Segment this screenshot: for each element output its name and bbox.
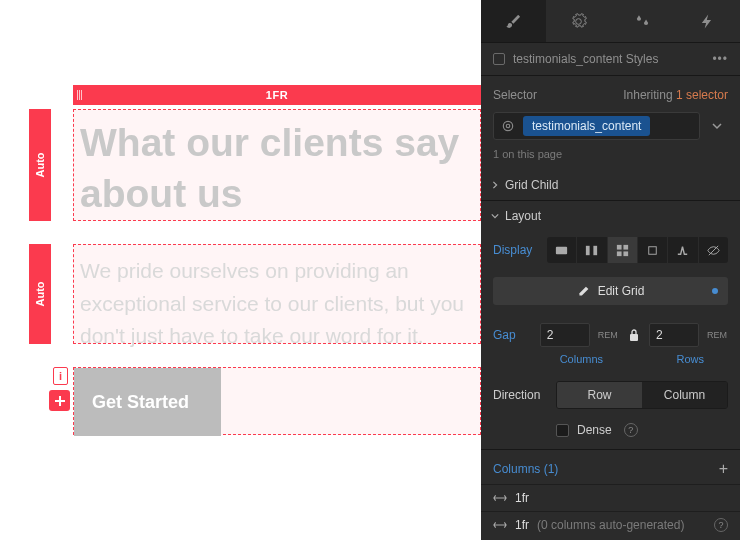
add-column-button[interactable]: + — [719, 460, 728, 478]
gap-columns-input[interactable] — [540, 323, 590, 347]
styles-header-row: testimonials_content Styles ••• — [481, 43, 740, 76]
column-auto-help[interactable]: ? — [714, 518, 728, 532]
display-none[interactable] — [699, 237, 728, 263]
panel-tabs — [481, 0, 740, 43]
gap-row: Gap REM REM — [481, 317, 740, 353]
gap-rows-input[interactable] — [649, 323, 699, 347]
heading-text[interactable]: What our clients say about us — [80, 118, 474, 219]
svg-point-1 — [506, 124, 510, 128]
gap-rows-label: Rows — [653, 353, 729, 365]
caret-down-icon — [491, 212, 499, 220]
bolt-icon — [699, 13, 716, 30]
svg-rect-7 — [617, 251, 622, 256]
selector-field[interactable]: testimonials_content — [493, 112, 700, 140]
dense-row: Dense ? — [481, 415, 740, 449]
cta-button[interactable]: Get Started — [74, 368, 221, 436]
selector-input-row: testimonials_content — [481, 108, 740, 144]
gear-icon — [570, 13, 587, 30]
chevron-down-icon — [712, 121, 722, 131]
direction-label: Direction — [493, 388, 548, 402]
display-label: Display — [493, 243, 537, 257]
styles-checkbox[interactable] — [493, 53, 505, 65]
gap-label: Gap — [493, 328, 532, 342]
display-grid[interactable] — [608, 237, 638, 263]
tab-effects[interactable] — [611, 0, 676, 42]
gap-lock[interactable] — [627, 327, 641, 343]
grid-cell-button[interactable]: Get Started — [73, 367, 481, 435]
display-group — [547, 237, 728, 263]
track-handle-icon[interactable] — [77, 89, 87, 101]
grid-cell-paragraph[interactable]: We pride ourselves on providing an excep… — [73, 244, 481, 344]
display-block[interactable] — [547, 237, 577, 263]
paragraph-text[interactable]: We pride ourselves on providing an excep… — [80, 255, 474, 353]
svg-rect-2 — [556, 246, 567, 254]
dense-help[interactable]: ? — [624, 423, 638, 437]
gap-rows-unit[interactable]: REM — [707, 330, 728, 340]
edit-grid-button[interactable]: Edit Grid — [493, 277, 728, 305]
inheriting-count[interactable]: 1 selector — [676, 88, 728, 102]
display-inline[interactable] — [668, 237, 698, 263]
column-size-icon — [493, 493, 507, 503]
gap-columns-unit[interactable]: REM — [598, 330, 619, 340]
svg-rect-9 — [649, 246, 657, 254]
grid-row-track-2[interactable]: Auto — [29, 244, 51, 344]
section-layout[interactable]: Layout — [481, 201, 740, 231]
selector-dropdown[interactable] — [706, 112, 728, 140]
display-flex[interactable] — [577, 237, 607, 263]
lock-icon — [628, 328, 640, 342]
caret-right-icon — [491, 181, 499, 189]
drops-icon — [634, 13, 651, 30]
plus-icon — [54, 395, 66, 407]
direction-row: Direction Row Column — [481, 375, 740, 415]
section-grid-child[interactable]: Grid Child — [481, 170, 740, 200]
design-canvas[interactable]: 1FR Auto Auto What our clients say about… — [0, 0, 481, 540]
instances-on-page: 1 on this page — [481, 144, 740, 170]
brush-icon — [505, 13, 522, 30]
svg-rect-8 — [623, 251, 628, 256]
tab-style[interactable] — [481, 0, 546, 42]
gap-sublabels: Columns Rows — [481, 353, 740, 375]
selector-header: Selector Inheriting 1 selector — [481, 76, 740, 108]
columns-title[interactable]: Columns (1) — [493, 462, 558, 476]
edit-grid-indicator — [712, 288, 718, 294]
columns-header: Columns (1) + — [481, 449, 740, 484]
edit-grid-row: Edit Grid — [481, 269, 740, 317]
column-item-1[interactable]: 1fr — [481, 484, 740, 511]
svg-rect-5 — [617, 244, 622, 249]
tab-settings[interactable] — [546, 0, 611, 42]
tab-interactions[interactable] — [675, 0, 740, 42]
styles-label: testimonials_content Styles — [513, 52, 658, 66]
direction-row-btn[interactable]: Row — [557, 382, 642, 408]
selector-label: Selector — [493, 88, 537, 102]
grid-row-track-1[interactable]: Auto — [29, 109, 51, 221]
pencil-icon — [577, 285, 590, 298]
column-item-auto[interactable]: 1fr (0 columns auto-generated) ? — [481, 511, 740, 538]
svg-point-0 — [503, 121, 512, 130]
dense-label: Dense — [577, 423, 612, 437]
grid-cell-heading[interactable]: What our clients say about us — [73, 109, 481, 221]
style-panel: testimonials_content Styles ••• Selector… — [481, 0, 740, 540]
svg-rect-11 — [630, 334, 638, 341]
direction-column-btn[interactable]: Column — [642, 382, 727, 408]
display-inline-block[interactable] — [638, 237, 668, 263]
svg-rect-4 — [594, 245, 598, 254]
dense-checkbox[interactable] — [556, 424, 569, 437]
display-row: Display — [481, 231, 740, 269]
svg-rect-6 — [623, 244, 628, 249]
styles-more-icon[interactable]: ••• — [712, 52, 728, 66]
selector-chip[interactable]: testimonials_content — [523, 116, 650, 136]
track-size-label: 1FR — [266, 89, 288, 101]
add-row-button[interactable] — [49, 390, 70, 411]
column-size-icon — [493, 520, 507, 530]
target-icon[interactable] — [499, 117, 517, 135]
grid-column-track[interactable]: 1FR — [73, 85, 481, 105]
gap-columns-label: Columns — [544, 353, 620, 365]
svg-rect-3 — [586, 245, 590, 254]
row-indicator[interactable]: i — [53, 367, 68, 385]
